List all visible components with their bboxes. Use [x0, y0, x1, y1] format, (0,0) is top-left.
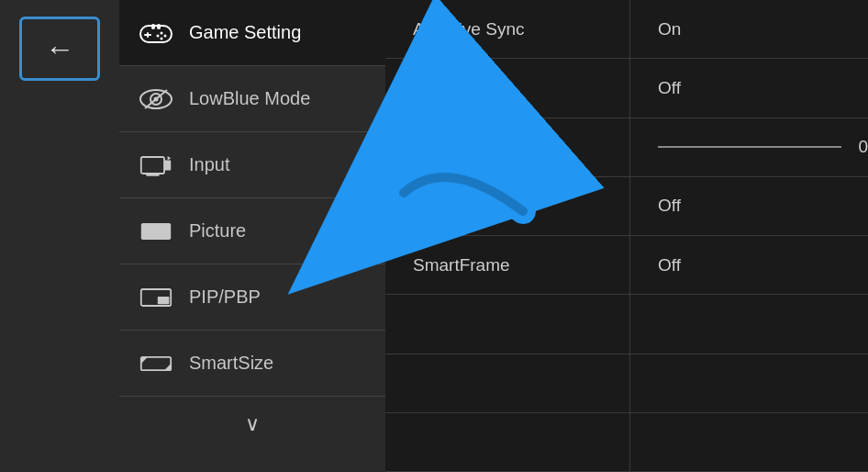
adaptive-sync-label: Adaptive Sync	[385, 19, 629, 39]
smartresponse-value: Off	[629, 177, 868, 235]
svg-point-6	[157, 34, 160, 37]
svg-rect-7	[151, 24, 155, 29]
sidebar-item-pip-pbp[interactable]: PIP/PBP	[119, 264, 385, 331]
sidebar-item-input-label: Input	[189, 154, 229, 175]
svg-rect-2	[144, 34, 151, 36]
row-mprt-level[interactable]: MPRT Level 0	[385, 118, 868, 177]
svg-rect-17	[141, 223, 171, 240]
eye-icon	[138, 81, 174, 118]
row-smartresponse[interactable]: SmartResponse Off	[385, 177, 868, 236]
sidebar-item-lowblue-label: LowBlue Mode	[189, 88, 310, 109]
row-empty-1	[385, 295, 868, 354]
sidebar-item-smartsize[interactable]: SmartSize	[119, 331, 385, 397]
sidebar-more-button[interactable]: ∨	[119, 397, 385, 452]
picture-icon	[138, 213, 174, 250]
row-smartframe[interactable]: SmartFrame Off	[385, 236, 868, 295]
row-adaptive-sync[interactable]: Adaptive Sync On	[385, 0, 868, 59]
svg-marker-16	[168, 156, 172, 161]
svg-rect-8	[157, 24, 161, 29]
sidebar-item-picture-label: Picture	[189, 220, 246, 242]
svg-rect-19	[158, 297, 170, 304]
svg-marker-22	[164, 364, 171, 370]
svg-point-5	[161, 37, 163, 39]
gamepad-icon	[138, 15, 174, 51]
smartframe-value: Off	[629, 236, 868, 294]
mprt-label: MPRT	[385, 78, 629, 98]
svg-rect-14	[146, 174, 159, 176]
back-panel: ←	[0, 0, 119, 472]
smartresponse-label: SmartResponse	[385, 196, 629, 216]
sidebar-item-lowblue-mode[interactable]: LowBlue Mode	[119, 66, 385, 132]
row-empty-3	[385, 413, 868, 472]
smartsize-icon	[138, 345, 174, 382]
smartframe-label: SmartFrame	[385, 255, 629, 275]
sidebar-item-input[interactable]: Input	[119, 132, 385, 198]
svg-rect-15	[164, 160, 171, 170]
mprt-level-label: MPRT Level	[385, 137, 629, 157]
back-button[interactable]: ←	[19, 17, 100, 81]
row-empty-2	[385, 354, 868, 413]
chevron-down-icon: ∨	[245, 412, 260, 436]
sidebar-item-picture[interactable]: Picture	[119, 198, 385, 264]
content-area: Adaptive Sync On MPRT Off MPRT Level 0 S…	[385, 0, 868, 472]
adaptive-sync-value: On	[629, 0, 868, 58]
sidebar-item-pip-label: PIP/PBP	[189, 287, 261, 308]
svg-rect-13	[141, 157, 164, 174]
mprt-level-value: 0	[629, 118, 868, 176]
sidebar: Game Setting LowBlue Mode Input	[119, 0, 385, 472]
svg-marker-21	[141, 356, 148, 363]
svg-point-4	[164, 34, 167, 37]
sidebar-item-game-setting-label: Game Setting	[189, 22, 301, 43]
back-arrow-icon: ←	[45, 32, 74, 66]
svg-point-3	[161, 31, 163, 34]
row-mprt[interactable]: MPRT Off	[385, 59, 868, 118]
sidebar-item-smartsize-label: SmartSize	[189, 353, 273, 374]
input-icon	[138, 147, 174, 184]
slider-line	[658, 146, 841, 148]
pip-icon	[138, 279, 174, 316]
sidebar-item-game-setting[interactable]: Game Setting	[119, 0, 385, 66]
mprt-value: Off	[629, 59, 868, 117]
